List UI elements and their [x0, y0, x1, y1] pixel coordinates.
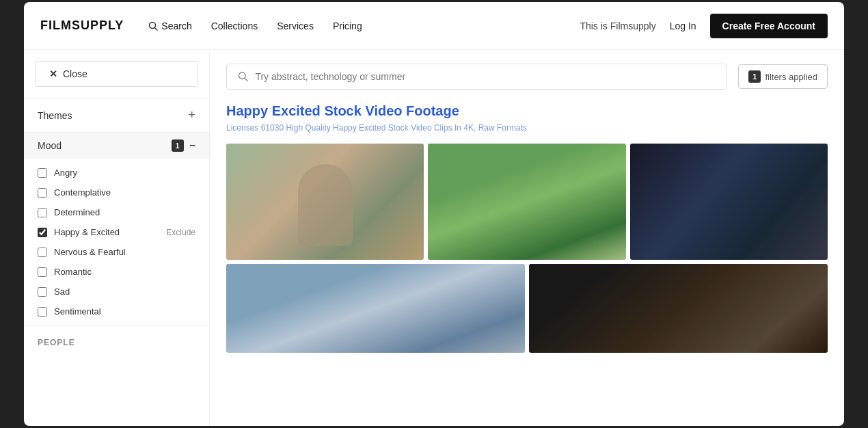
- logo: FILMSUPPLY: [40, 18, 124, 33]
- checkbox-angry[interactable]: Angry: [24, 163, 209, 183]
- checkbox-nervous-fearful[interactable]: Nervous & Fearful: [24, 242, 209, 262]
- search-input[interactable]: [255, 71, 716, 82]
- video-grid-bottom: [226, 264, 828, 353]
- svg-line-3: [245, 78, 247, 81]
- checkbox-nervous-fearful-input[interactable]: [38, 248, 47, 257]
- nav-filmsupply-link[interactable]: This is Filmsupply: [580, 21, 655, 31]
- person-silhouette: [298, 164, 353, 246]
- svg-line-1: [155, 27, 158, 30]
- mood-section: Mood 1 − Angry Contemplative: [24, 132, 209, 325]
- people-section: PEOPLE: [24, 325, 209, 348]
- checkbox-sentimental[interactable]: Sentimental: [24, 302, 209, 321]
- mood-controls: 1 −: [172, 139, 195, 152]
- search-input-icon: [238, 71, 248, 82]
- nav-login-button[interactable]: Log In: [670, 21, 696, 31]
- checkbox-sad[interactable]: Sad: [24, 282, 209, 302]
- results-title: Happy Excited Stock Video Footage: [226, 103, 828, 119]
- people-label: PEOPLE: [38, 338, 75, 347]
- filters-count: 1: [748, 70, 761, 83]
- close-filter-button[interactable]: ✕ Close: [35, 61, 198, 87]
- checkbox-sad-input[interactable]: [38, 287, 47, 297]
- video-grid-top: [226, 144, 828, 260]
- themes-header[interactable]: Themes +: [24, 98, 209, 132]
- video-thumb-5[interactable]: [529, 264, 828, 353]
- checkbox-happy-excited-input[interactable]: [38, 228, 47, 237]
- mood-header[interactable]: Mood 1 −: [24, 133, 209, 159]
- checkbox-romantic[interactable]: Romantic: [24, 262, 209, 282]
- nav-services-link[interactable]: Services: [277, 21, 314, 31]
- nav-pricing-link[interactable]: Pricing: [333, 21, 362, 31]
- create-account-button[interactable]: Create Free Account: [710, 14, 828, 38]
- checkbox-contemplative[interactable]: Contemplative: [24, 183, 209, 202]
- themes-expand-icon: +: [188, 108, 195, 122]
- checkbox-contemplative-input[interactable]: [38, 188, 47, 198]
- checkbox-sentimental-input[interactable]: [38, 307, 47, 317]
- video-thumb-4[interactable]: [226, 264, 525, 353]
- browser-window: FILMSUPPLY Search Collections Services P…: [24, 2, 844, 426]
- main-layout: ✕ Close Themes + Mood 1 −: [24, 50, 844, 426]
- checkbox-angry-input[interactable]: [38, 168, 47, 178]
- sidebar: ✕ Close Themes + Mood 1 −: [24, 50, 210, 426]
- search-icon: [148, 21, 158, 31]
- filters-applied-badge[interactable]: 1 filters applied: [738, 64, 828, 89]
- mood-collapse-icon: −: [189, 139, 195, 152]
- mood-count-badge: 1: [172, 139, 184, 152]
- checkbox-determined-input[interactable]: [38, 208, 47, 217]
- results-subtitle: Licenses 61030 High Quality Happy Excite…: [226, 123, 828, 133]
- themes-section: Themes +: [24, 98, 209, 132]
- search-bar[interactable]: [226, 64, 727, 90]
- exclude-label[interactable]: Exclude: [166, 228, 195, 237]
- content-area: 1 filters applied Happy Excited Stock Vi…: [210, 50, 844, 426]
- checkbox-romantic-input[interactable]: [38, 267, 47, 277]
- mood-checkbox-list: Angry Contemplative Determined Happy & E…: [24, 159, 209, 325]
- video-thumb-3[interactable]: [630, 144, 828, 260]
- nav-search-button[interactable]: Search: [148, 21, 191, 31]
- search-bar-row: 1 filters applied: [226, 64, 828, 90]
- nav-bar: FILMSUPPLY Search Collections Services P…: [24, 2, 844, 50]
- close-icon: ✕: [49, 68, 57, 79]
- nav-right: This is Filmsupply Log In Create Free Ac…: [580, 14, 828, 38]
- nav-collections-link[interactable]: Collections: [211, 21, 258, 31]
- filters-applied-label: filters applied: [765, 72, 817, 82]
- video-thumb-2[interactable]: [428, 144, 625, 260]
- checkbox-happy-excited[interactable]: Happy & Excited Exclude: [24, 222, 209, 242]
- checkbox-determined[interactable]: Determined: [24, 202, 209, 222]
- video-thumb-1[interactable]: [226, 144, 424, 260]
